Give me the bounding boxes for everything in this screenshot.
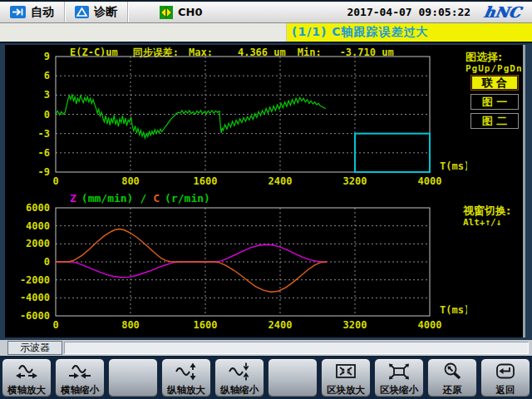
mode-button-plot2[interactable]: 图 二: [470, 113, 519, 129]
svg-text:0: 0: [52, 319, 58, 331]
svg-text:2400: 2400: [268, 319, 293, 331]
softkey-label: 横轴缩小: [61, 384, 99, 396]
back-icon: [493, 359, 518, 384]
mode-button-combined[interactable]: 联 合: [470, 75, 519, 91]
hnc-logo: hNC: [482, 3, 522, 21]
svg-text:1600: 1600: [194, 175, 218, 187]
svg-text:-6000: -6000: [20, 310, 50, 322]
block-zoom-in-button[interactable]: 区块放大: [321, 358, 371, 397]
softkey-label: 横轴放大: [7, 384, 46, 396]
svg-text:-2000: -2000: [20, 274, 50, 286]
svg-text:800: 800: [121, 175, 140, 187]
plot-select-keys: PgUp/PgDn: [466, 63, 523, 74]
h-zoom-out-icon: [67, 359, 92, 384]
svg-text:-3: -3: [38, 128, 50, 140]
v-zoom-in-icon: [174, 359, 199, 384]
empty-softkey-button: [108, 358, 158, 397]
back-button[interactable]: 返回: [480, 358, 530, 397]
svg-text:800: 800: [121, 319, 140, 331]
tab-oscilloscope[interactable]: 示波器: [7, 341, 62, 355]
svg-text:4000: 4000: [418, 175, 442, 187]
svg-text:-6: -6: [38, 147, 50, 159]
svg-text:9: 9: [44, 51, 50, 62]
menu-item-auto-label: 自动: [31, 5, 54, 20]
empty-softkey-button: [268, 358, 318, 397]
menu-item-auto[interactable]: 自动: [0, 2, 65, 22]
softkey-label: 纵轴放大: [167, 384, 205, 396]
svg-text:3200: 3200: [343, 319, 367, 331]
svg-text:6000: 6000: [26, 202, 50, 214]
v-zoom-out-icon: [227, 359, 252, 384]
svg-text:2000: 2000: [26, 238, 50, 249]
h-zoom-in-icon: [14, 359, 39, 384]
menu-item-channel[interactable]: CH0: [150, 2, 212, 22]
v-zoom-in-button[interactable]: 纵轴放大: [161, 358, 211, 397]
restore-button[interactable]: 还原: [427, 358, 477, 397]
menu-item-diagnosis-label: 诊断: [94, 5, 117, 20]
top-menu-bar: 自动 诊断 CH0 2017-04-07 09:05:22 hNC: [0, 2, 532, 23]
svg-text:6: 6: [44, 70, 50, 81]
alert-bar-left-blank: [0, 23, 287, 42]
svg-text:3: 3: [44, 89, 50, 101]
svg-text:0: 0: [44, 109, 50, 121]
softkey-label: 还原: [443, 384, 462, 396]
speed-chart[interactable]: 6000400020000-2000-4000-6000080016002400…: [18, 200, 467, 336]
block-zoom-out-button[interactable]: 区块缩小: [374, 358, 424, 397]
svg-text:0: 0: [44, 256, 50, 268]
hnc-scope-screen: 自动 诊断 CH0 2017-04-07 09:05:22 hNC (1/1) …: [0, 0, 532, 399]
series-Z (mm/min): [56, 244, 327, 278]
h-zoom-in-button[interactable]: 横轴放大: [2, 358, 52, 397]
svg-text:-9: -9: [38, 166, 50, 178]
window-switch-keys: Alt+↑/↓: [463, 217, 501, 228]
restore-icon: [441, 359, 464, 384]
svg-text:0: 0: [52, 175, 58, 187]
bottom-tab-bar: 示波器: [0, 340, 532, 357]
main-area: E(Z-C)um同步误差:Max:4.366 umMin:-3.710 um 9…: [0, 43, 532, 340]
svg-text:4000: 4000: [418, 319, 442, 331]
svg-text:2400: 2400: [268, 175, 293, 187]
softkey-label: 返回: [496, 384, 515, 396]
scope-sidebar: 图选择: PgUp/PgDn 联 合 图 一 图 二 视窗切换: Alt+↑/↓: [463, 45, 525, 337]
h-zoom-out-button[interactable]: 横轴缩小: [55, 358, 105, 397]
alarm-message: (1/1) C轴跟踪误差过大: [287, 23, 532, 42]
softkey-label: 纵轴缩小: [220, 384, 259, 396]
svg-text:3200: 3200: [343, 175, 367, 187]
auto-mode-icon: [10, 6, 26, 18]
series-C (r/min): [56, 229, 327, 293]
block-zoom-in-icon: [333, 359, 358, 384]
svg-text:4000: 4000: [26, 220, 50, 232]
softkey-label: 区块缩小: [380, 384, 418, 396]
channel-icon: [160, 6, 173, 19]
softkey-label: 区块放大: [327, 384, 365, 396]
plot-mode-buttons: 联 合 图 一 图 二: [470, 75, 519, 132]
series-E(Z-C) sync error (um): [56, 95, 326, 138]
scope-panel: E(Z-C)um同步误差:Max:4.366 umMin:-3.710 um 9…: [5, 45, 525, 337]
svg-text:1600: 1600: [194, 319, 218, 331]
sync-error-chart[interactable]: 9630-3-6-908001600240032004000T(ms): [18, 50, 467, 193]
datetime: 2017-04-07 09:05:22: [347, 6, 470, 18]
block-zoom-out-icon: [387, 359, 411, 384]
v-zoom-out-button[interactable]: 纵轴缩小: [214, 358, 264, 397]
tab-bar-filler: [64, 342, 529, 354]
alert-bar: (1/1) C轴跟踪误差过大: [0, 23, 532, 43]
svg-text:-4000: -4000: [20, 292, 50, 303]
diagnosis-icon: [75, 6, 89, 18]
menu-item-diagnosis[interactable]: 诊断: [65, 2, 128, 22]
softkey-toolbar: 横轴放大 横轴缩小: [0, 357, 532, 399]
mode-button-plot1[interactable]: 图 一: [470, 94, 519, 110]
channel-label: CH0: [178, 6, 202, 18]
